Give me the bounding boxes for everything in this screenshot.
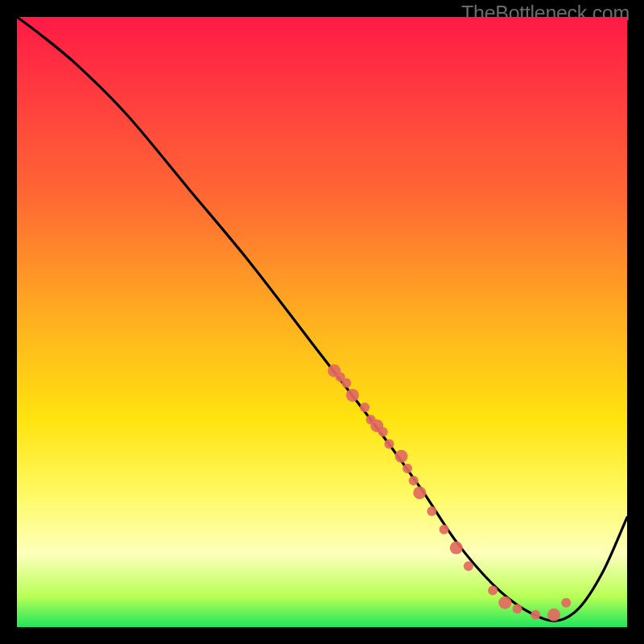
marker-point	[440, 525, 449, 535]
marker-point	[513, 604, 522, 613]
marker-point	[561, 598, 571, 608]
curve-line	[17, 17, 627, 621]
marker-point	[427, 506, 436, 516]
marker-point	[346, 389, 359, 402]
chart-svg	[17, 17, 627, 627]
marker-point	[464, 561, 473, 571]
chart-container: TheBottleneck.com	[0, 0, 644, 644]
marker-point	[530, 610, 540, 620]
marker-point	[341, 378, 351, 388]
marker-point	[402, 464, 412, 473]
marker-point	[409, 476, 419, 485]
plot-area	[17, 17, 627, 627]
marker-point	[413, 486, 426, 499]
marker-point	[547, 609, 560, 621]
marker-point	[498, 597, 511, 609]
marker-point	[488, 586, 497, 596]
marker-point	[378, 427, 388, 436]
marker-point	[384, 440, 394, 449]
marker-point	[395, 450, 408, 463]
marker-group	[328, 365, 571, 621]
marker-point	[360, 402, 369, 412]
marker-point	[450, 542, 463, 555]
